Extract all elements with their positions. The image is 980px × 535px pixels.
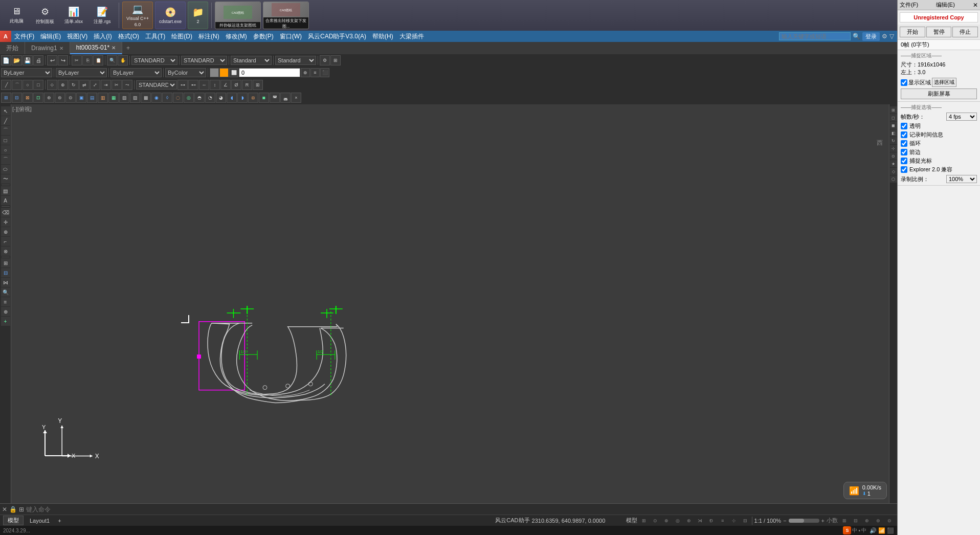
rmt-pan[interactable]: ◻ [890, 114, 897, 121]
menu-plugin[interactable]: 大梁插件 [396, 31, 427, 42]
login-btn[interactable]: 登录 [862, 32, 880, 41]
pause-record-btn[interactable]: 暂停 [926, 27, 952, 37]
tb-rotate[interactable]: ↻ [69, 80, 79, 90]
lt-block[interactable]: ⋈ [1, 278, 10, 287]
tb-p21[interactable]: ◕ [216, 93, 226, 103]
tb-p9[interactable]: ▤ [87, 93, 97, 103]
layout1-tab[interactable]: Layout1 [26, 517, 54, 524]
tb-misc2[interactable]: ⊞ [330, 55, 341, 65]
cmd-expand-icon[interactable]: ⊞ [19, 506, 24, 513]
search-icon[interactable]: 🔍 [853, 33, 860, 40]
menu-format[interactable]: 格式(O) [115, 31, 142, 42]
taskbar-app-vcpp[interactable]: 💻 Visual C++ 6.0 [122, 2, 153, 29]
tab-drawing1[interactable]: Drawing1 ✕ [25, 42, 70, 54]
lt-spline[interactable]: 〜 [1, 174, 10, 184]
dim-type-select[interactable]: STANDARD [136, 80, 177, 90]
tab-current[interactable]: ht00035-01* ✕ [70, 42, 122, 54]
tab-start[interactable]: 开始 [0, 42, 25, 54]
cmd-lock-icon[interactable]: 🔒 [9, 506, 17, 513]
taskbar-thumb-1[interactable]: CAD图纸 外协钣运送支架图纸 [215, 2, 261, 29]
lt-erase[interactable]: ⌫ [1, 208, 10, 217]
tb-p28[interactable]: × [291, 93, 301, 103]
select-region-btn[interactable]: 选择区域 [932, 78, 956, 87]
tb-ci-3[interactable]: ⬜ [229, 68, 238, 77]
color-select[interactable]: ByColor [165, 68, 206, 77]
loop-checkbox[interactable] [901, 140, 907, 147]
sb-zoom-out[interactable]: − [783, 518, 786, 524]
tb-cut[interactable]: ✂ [72, 55, 82, 65]
taskbar-thumb-2[interactable]: CAD图纸 合库推出转移支架下发图... [263, 2, 309, 29]
command-input[interactable] [26, 506, 895, 513]
rmt-view[interactable]: ◧ [890, 129, 897, 137]
tb-p8[interactable]: ▣ [76, 93, 86, 103]
sb-qp[interactable]: ⊹ [729, 516, 739, 525]
tb-p16[interactable]: ◊ [162, 93, 172, 103]
menu-help[interactable]: 帮助(H) [369, 31, 396, 42]
tb-d1[interactable]: ⊶ [177, 80, 188, 90]
menu-params[interactable]: 参数(P) [250, 31, 277, 42]
scale-select[interactable]: 100%75%50% [946, 175, 977, 183]
menu-window[interactable]: 窗口(W) [277, 31, 305, 42]
tb-p3[interactable]: ⊠ [23, 93, 33, 103]
tb-move[interactable]: ⊹ [47, 80, 57, 90]
linetype-select[interactable]: ByLayer [56, 68, 107, 77]
tb-d3[interactable]: ↔ [199, 80, 209, 90]
lt-move2[interactable]: ✛ [1, 217, 10, 227]
sb-ortho[interactable]: ⊕ [662, 516, 671, 525]
lt-poly[interactable]: ⌒ [1, 126, 10, 135]
tb-misc1[interactable]: ⚙ [320, 55, 330, 65]
sb-more5[interactable]: ⊝ [885, 516, 894, 525]
sb-more1[interactable]: ⊞ [840, 516, 849, 525]
lt-explode[interactable]: ⊗ [1, 247, 10, 256]
tb-p11[interactable]: ▦ [108, 93, 119, 103]
dim-style-select1[interactable]: STANDARD [131, 56, 177, 65]
tb-p22[interactable]: ◖ [227, 93, 237, 103]
tb-d2[interactable]: ⊷ [188, 80, 198, 90]
tb-mirror[interactable]: ⇌ [79, 80, 90, 90]
sb-dyn[interactable]: Ð [707, 516, 716, 525]
menu-icon1[interactable]: ⚙ [882, 33, 887, 40]
tb-p26[interactable]: ◚ [270, 93, 280, 103]
tb-p25[interactable]: ◙ [259, 93, 269, 103]
lt-group[interactable]: ⊟ [1, 268, 10, 277]
lt-snap[interactable]: ⊕ [1, 307, 10, 316]
tb-p6[interactable]: ⊜ [55, 93, 65, 103]
sys-icon3[interactable]: ⬛ [887, 527, 894, 534]
menu-tools[interactable]: 工具(T) [142, 31, 168, 42]
dim-style-select4[interactable]: Standard [275, 56, 316, 65]
taskbar-app-controlpanel[interactable]: ⚙ 控制面板 [32, 2, 58, 29]
tb-ci-1[interactable] [210, 68, 219, 77]
lt-arc2[interactable]: ⌒ [1, 155, 10, 164]
tb-p10[interactable]: ▥ [98, 93, 108, 103]
tb-save[interactable]: 💾 [23, 55, 33, 65]
tb-trim[interactable]: ✂ [112, 80, 122, 90]
start-record-btn[interactable]: 开始 [900, 27, 925, 37]
stop-record-btn[interactable]: 停止 [952, 27, 978, 37]
taskbar-app-folder[interactable]: 📁 2 [188, 2, 208, 29]
tb-d4[interactable]: ↕ [210, 80, 220, 90]
menu-icon2[interactable]: ▽ [889, 33, 894, 40]
layer-select[interactable]: ByLayer [1, 68, 52, 77]
tb-p13[interactable]: ▨ [130, 93, 140, 103]
tb-line[interactable]: ╱ [1, 80, 11, 90]
lt-zoom2[interactable]: 🔍 [1, 287, 10, 297]
sb-sc[interactable]: ⊟ [741, 516, 750, 525]
tb-p19[interactable]: ◓ [194, 93, 205, 103]
tb-p12[interactable]: ▧ [119, 93, 129, 103]
lt-line2[interactable]: ╱ [1, 116, 10, 125]
tb-d7[interactable]: R [242, 80, 252, 90]
lt-ellipse[interactable]: ⬭ [1, 165, 10, 174]
tb-redo[interactable]: ↪ [58, 55, 68, 65]
edge-checkbox[interactable] [901, 149, 907, 155]
tb-p27[interactable]: ◛ [280, 93, 291, 103]
rmt-3d[interactable]: ◼ [890, 122, 897, 129]
dim-style-select2[interactable]: STANDARD [181, 56, 227, 65]
lt-text[interactable]: A [1, 196, 10, 205]
tb-d5[interactable]: ∠ [220, 80, 231, 90]
add-layout-btn[interactable]: + [56, 517, 63, 524]
tb-p14[interactable]: ▩ [141, 93, 151, 103]
rmt-model[interactable]: ⬡ [890, 175, 897, 183]
rmt-zoom[interactable]: ⊞ [890, 106, 897, 114]
rmt-light[interactable]: ★ [890, 160, 897, 167]
lt-fillet[interactable]: ⌐ [1, 237, 10, 246]
